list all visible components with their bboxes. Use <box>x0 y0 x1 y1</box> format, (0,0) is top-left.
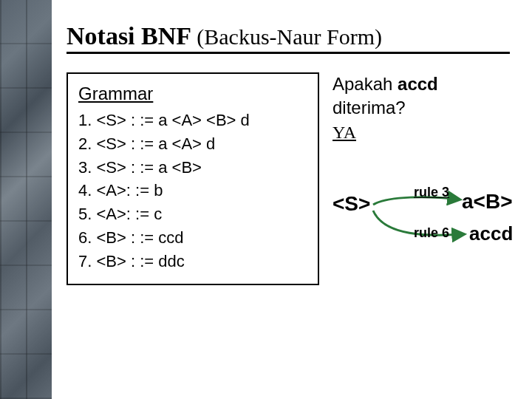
derivation-start: <S> <box>332 192 370 216</box>
grammar-rule: 7. <B> : := ddc <box>78 250 307 273</box>
title-sub: (Backus-Naur Form) <box>197 24 382 49</box>
slide-title: Notasi BNF (Backus-Naur Form) <box>66 22 510 54</box>
grammar-rule: 2. <S> : := a <A> d <box>78 132 307 156</box>
grammar-rule: 5. <A>: := c <box>78 202 307 226</box>
title-main: Notasi BNF <box>66 22 191 50</box>
question-prefix: Apakah <box>332 74 398 94</box>
derivation-rule-2: rule 6 <box>414 225 449 241</box>
question-suffix: diterima? <box>332 98 406 117</box>
grammar-rule: 4. <A>: := b <box>78 179 307 202</box>
derivation-diagram: <S> rule 3 a<B> rule 6 accd <box>332 166 510 284</box>
grammar-heading: Grammar <box>78 81 307 107</box>
grammar-rule: 6. <B> : := ccd <box>78 226 307 250</box>
derivation-panel: Apakah accd diterima? YA <S> rule 3 a<B>… <box>332 72 510 285</box>
decorative-stone-sidebar <box>0 0 52 399</box>
grammar-rule: 1. <S> : := a <A> <B> d <box>78 109 307 132</box>
question-block: Apakah accd diterima? YA <box>332 72 510 144</box>
question-answer: YA <box>332 123 356 142</box>
slide-content: Notasi BNF (Backus-Naur Form) Grammar 1.… <box>52 0 532 399</box>
derivation-rule-1: rule 3 <box>414 185 449 200</box>
grammar-rule: 3. <S> : := a <B> <box>78 156 307 180</box>
derivation-result-2: accd <box>469 222 513 245</box>
question-target: accd <box>398 74 438 94</box>
derivation-result-1: a<B> <box>462 190 513 214</box>
grammar-box: Grammar 1. <S> : := a <A> <B> d 2. <S> :… <box>66 72 319 285</box>
